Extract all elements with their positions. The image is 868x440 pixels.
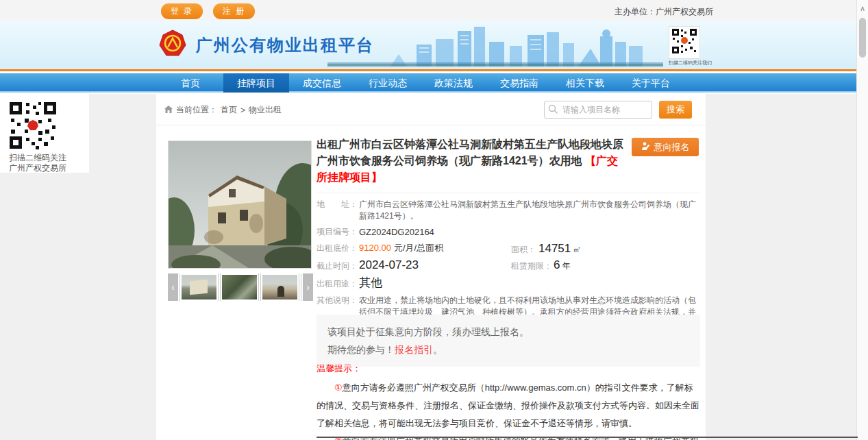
breadcrumb-current: 物业出租 bbox=[249, 104, 282, 116]
lease-unit: 年 bbox=[562, 260, 570, 272]
address-label: 地 址： bbox=[317, 199, 359, 222]
viewport-bottom-edge bbox=[317, 437, 858, 438]
breadcrumb-bar: 当前位置： 首页 > 物业出租 搜索 bbox=[156, 94, 706, 125]
detail-row-usage: 出租用途： 其他 bbox=[317, 275, 700, 291]
thumbnail-strip: ‹ › bbox=[168, 272, 313, 302]
price-value: 9120.00 bbox=[359, 243, 391, 253]
thumbnails bbox=[178, 273, 303, 301]
scrollbar-up-arrow[interactable]: ∧ bbox=[857, 0, 868, 13]
register-button[interactable]: 注 册 bbox=[213, 3, 255, 19]
status-line2-prefix: 期待您的参与！ bbox=[327, 344, 395, 355]
tips-section: 温馨提示： ①意向方请务必遵照广州产权交易所（http://www.gemas.… bbox=[317, 360, 700, 440]
breadcrumb-prefix: 当前位置： bbox=[176, 104, 217, 116]
content-panel: 当前位置： 首页 > 物业出租 搜索 bbox=[156, 94, 706, 440]
divider bbox=[317, 193, 700, 193]
detail-row-project-no: 项目编号： GZ2024DG202164 bbox=[317, 226, 700, 238]
apply-intent-button[interactable]: 意向报名 bbox=[632, 138, 699, 156]
area-label: 面积： bbox=[511, 244, 538, 256]
top-utility-bar: 登 录 注 册 主办单位：广州产权交易所 bbox=[0, 0, 856, 21]
main-nav: 首页 挂牌项目 成交信息 行业动态 政策法规 交易指南 相关下载 关于平台 bbox=[0, 73, 856, 93]
tips-paragraph-1: ①意向方请务必遵照广州产权交易所（http://www.gemas.com.cn… bbox=[317, 379, 700, 432]
apply-button-label: 意向报名 bbox=[654, 141, 690, 154]
tips-title: 温馨提示： bbox=[317, 360, 700, 378]
header-qr-caption: 扫描二维码关注我们 bbox=[669, 60, 700, 66]
breadcrumb: 当前位置： 首页 > 物业出租 bbox=[164, 104, 282, 116]
city-skyline-illustration bbox=[327, 25, 663, 69]
detail-row-deadline-lease: 截止时间： 2024-07-23 租赁期限： 6 年 bbox=[317, 258, 700, 272]
deadline-label: 截止时间： bbox=[317, 260, 359, 272]
side-qr-caption-line1: 扫描二维码关注 bbox=[0, 153, 75, 163]
area-unit: ㎡ bbox=[573, 244, 581, 256]
header-qr-block: 扫描二维码关注我们 bbox=[669, 26, 700, 66]
price-unit: 元/月/总面积 bbox=[394, 242, 443, 254]
detail-row-price-area: 出租底价： 9120.00 元/月/总面积 面积： 14751 ㎡ bbox=[317, 242, 700, 256]
thumbnail-next-arrow[interactable]: › bbox=[303, 273, 313, 301]
home-icon bbox=[164, 106, 173, 115]
listing-main-photo bbox=[168, 140, 312, 269]
status-line2-suffix: 。 bbox=[433, 344, 443, 355]
status-box: 该项目处于征集意向方阶段，须办理线上报名。 期待您的参与！报名指引。 bbox=[317, 315, 700, 367]
deadline-value: 2024-07-23 bbox=[359, 258, 419, 272]
thumbnail-2[interactable] bbox=[221, 273, 258, 301]
thumbnail-prev-arrow[interactable]: ‹ bbox=[168, 273, 178, 301]
nav-item-listed-projects[interactable]: 挂牌项目 bbox=[223, 73, 289, 93]
address-value: 广州市白云区钟落潭公社马洞新陂村第五生产队地段地块原广州市饮食服务公司饲养场（现… bbox=[359, 199, 696, 222]
thumbnail-3-photo bbox=[277, 286, 284, 297]
listing-title-main: 出租广州市白云区钟落潭公社马洞新陂村第五生产队地段地块原广州市饮食服务公司饲养场… bbox=[317, 138, 623, 167]
status-line1: 该项目处于征集意向方阶段，须办理线上报名。 bbox=[327, 323, 689, 341]
tips-marker-1: ① bbox=[334, 382, 343, 393]
login-button[interactable]: 登 录 bbox=[161, 3, 203, 19]
scrollbar[interactable]: ∧ bbox=[856, 0, 868, 440]
project-no-label: 项目编号： bbox=[317, 226, 359, 238]
usage-label: 出租用途： bbox=[317, 278, 359, 290]
thumbnail-1-photo bbox=[190, 280, 208, 295]
header-qr-code bbox=[669, 26, 700, 59]
scrollbar-thumb[interactable] bbox=[859, 18, 866, 58]
search-icon bbox=[548, 104, 558, 117]
nav-item-downloads[interactable]: 相关下载 bbox=[552, 73, 618, 93]
site-header: 广州公有物业出租平台 bbox=[0, 21, 856, 71]
breadcrumb-separator: > bbox=[240, 106, 245, 115]
apply-pen-icon bbox=[641, 142, 651, 153]
project-no-value: GZ2024DG202164 bbox=[359, 226, 434, 238]
side-qr-code bbox=[8, 101, 58, 150]
lease-label: 租赁期限： bbox=[511, 260, 554, 272]
side-qr-block: 扫描二维码关注 广州产权交易所 bbox=[0, 94, 89, 173]
nav-item-deal-info[interactable]: 成交信息 bbox=[289, 73, 355, 93]
search-box: 搜索 bbox=[544, 101, 692, 119]
listing-title: 出租广州市白云区钟落潭公社马洞新陂村第五生产队地段地块原广州市饮食服务公司饲养场… bbox=[317, 136, 626, 186]
nav-item-about[interactable]: 关于平台 bbox=[618, 73, 684, 93]
breadcrumb-home-link[interactable]: 首页 bbox=[221, 104, 237, 116]
area-value: 14751 bbox=[538, 242, 571, 256]
organizer-text: 主办单位：广州产权交易所 bbox=[615, 6, 713, 18]
side-qr-caption-line2: 广州产权交易所 bbox=[0, 163, 75, 173]
price-label: 出租底价： bbox=[317, 243, 359, 254]
nav-item-industry-news[interactable]: 行业动态 bbox=[355, 73, 421, 93]
usage-value: 其他 bbox=[359, 275, 382, 291]
lease-value: 6 bbox=[554, 258, 560, 272]
search-input[interactable] bbox=[544, 101, 652, 119]
detail-row-address: 地 址： 广州市白云区钟落潭公社马洞新陂村第五生产队地段地块原广州市饮食服务公司… bbox=[317, 199, 700, 222]
nav-item-policies[interactable]: 政策法规 bbox=[421, 73, 486, 93]
thumbnail-1[interactable] bbox=[180, 273, 218, 301]
thumbnail-3[interactable] bbox=[261, 273, 299, 301]
signup-guide-link[interactable]: 报名指引 bbox=[395, 344, 433, 355]
right-margin-panel bbox=[706, 94, 856, 440]
search-button[interactable]: 搜索 bbox=[659, 101, 692, 119]
nav-item-trade-guide[interactable]: 交易指南 bbox=[486, 73, 552, 93]
site-logo-icon bbox=[158, 29, 188, 62]
status-line2: 期待您的参与！报名指引。 bbox=[327, 341, 689, 358]
nav-item-home[interactable]: 首页 bbox=[158, 73, 223, 93]
tips-text-1: 意向方请务必遵照广州产权交易所（http://www.gemas.com.cn）… bbox=[317, 382, 699, 428]
